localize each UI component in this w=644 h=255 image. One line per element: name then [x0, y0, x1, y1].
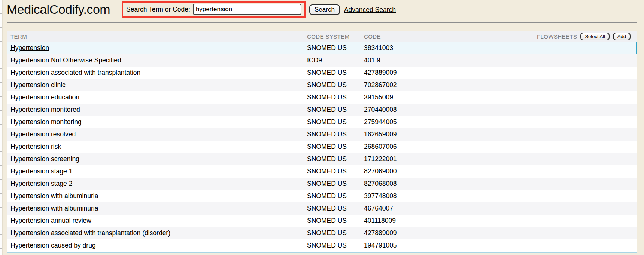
search-area: Search Term or Code: Search Advanced Sea…: [122, 1, 396, 18]
term-text: Hypertension monitored: [10, 106, 80, 113]
search-label: Search Term or Code:: [126, 6, 190, 13]
code-text: 702867002: [360, 81, 517, 89]
search-input[interactable]: [193, 4, 301, 15]
code-text: 39155009: [360, 93, 517, 101]
term-text: Hypertension Not Otherwise Specified: [10, 56, 121, 64]
table-row[interactable]: Hypertension stage 1 SNOMED US 827069000: [7, 165, 637, 178]
code-system-text: SNOMED US: [303, 242, 360, 249]
code-text: 194791005: [360, 242, 517, 249]
add-button[interactable]: Add: [613, 33, 631, 40]
term-text: Hypertension screening: [10, 155, 79, 163]
code-system-text: SNOMED US: [303, 180, 360, 188]
table-row[interactable]: Hypertension monitoring SNOMED US 275944…: [7, 116, 637, 128]
code-system-text: SNOMED US: [303, 118, 360, 126]
column-header-flowsheets: FLOWSHEETS Select All Add: [517, 33, 637, 40]
code-system-text: SNOMED US: [303, 106, 360, 114]
annotation-highlight-box: Search Term or Code:: [122, 1, 306, 18]
table-row[interactable]: Hypertension with albuminuria SNOMED US …: [7, 202, 637, 215]
term-text: Hypertension clinic: [10, 81, 66, 89]
column-header-code: CODE: [360, 33, 517, 40]
table-row[interactable]: Hypertension risk SNOMED US 268607006: [7, 141, 637, 153]
code-text: 162659009: [360, 130, 517, 138]
code-text: 397748008: [360, 192, 517, 200]
code-system-text: SNOMED US: [303, 69, 360, 77]
table-row[interactable]: Hypertension with albuminuria SNOMED US …: [7, 190, 637, 202]
table-row[interactable]: Hypertension SNOMED US 38341003: [7, 42, 637, 54]
code-system-text: ICD9: [303, 56, 360, 64]
term-text: Hypertension caused by drug: [10, 242, 96, 249]
table-row[interactable]: Hypertension annual review SNOMED US 401…: [7, 215, 637, 227]
code-system-text: SNOMED US: [303, 93, 360, 101]
term-text: Hypertension associated with transplanta…: [10, 69, 140, 76]
code-system-text: SNOMED US: [303, 44, 360, 52]
flowsheets-label: FLOWSHEETS: [537, 33, 577, 40]
search-button[interactable]: Search: [309, 4, 340, 15]
column-header-term: TERM: [7, 33, 303, 40]
table-row[interactable]: Hypertension monitored SNOMED US 2704400…: [7, 104, 637, 116]
term-text: Hypertension annual review: [10, 217, 91, 224]
table-row[interactable]: Hypertension Not Otherwise Specified ICD…: [7, 54, 637, 67]
code-text: 171222001: [360, 155, 517, 163]
term-link[interactable]: Hypertension: [10, 44, 49, 52]
term-text: Hypertension risk: [10, 143, 61, 150]
term-text: Hypertension associated with transplanta…: [10, 229, 170, 237]
table-row[interactable]: Hypertension associated with transplanta…: [7, 227, 637, 239]
code-text: 46764007: [360, 205, 517, 212]
table-row[interactable]: Hypertension stage 2 SNOMED US 827068008: [7, 178, 637, 190]
term-text: Hypertension stage 2: [10, 180, 72, 187]
term-text: Hypertension with albuminuria: [10, 205, 98, 212]
table-row[interactable]: Hypertension education SNOMED US 3915500…: [7, 91, 637, 104]
term-text: Hypertension monitoring: [10, 118, 82, 126]
term-text: Hypertension resolved: [10, 130, 76, 138]
term-text: Hypertension stage 1: [10, 168, 72, 175]
code-text: 275944005: [360, 118, 517, 126]
code-text: 270440008: [360, 106, 517, 114]
code-system-text: SNOMED US: [303, 81, 360, 89]
table-row[interactable]: Hypertension resolved SNOMED US 16265900…: [7, 128, 637, 141]
table-row[interactable]: Hypertension caused by drug SNOMED US 19…: [7, 239, 637, 252]
table-row[interactable]: Hypertension screening SNOMED US 1712220…: [7, 153, 637, 165]
code-system-text: SNOMED US: [303, 168, 360, 175]
code-text: 401118009: [360, 217, 517, 225]
table-row[interactable]: Hypertension associated with transplanta…: [7, 67, 637, 79]
code-system-text: SNOMED US: [303, 155, 360, 163]
code-text: 38341003: [360, 44, 517, 52]
header-divider: [7, 22, 637, 23]
code-system-text: SNOMED US: [303, 130, 360, 138]
code-text: 827069000: [360, 168, 517, 175]
advanced-search-link[interactable]: Advanced Search: [344, 6, 396, 14]
code-system-text: SNOMED US: [303, 229, 360, 237]
table-body: Hypertension SNOMED US 38341003 Hyperten…: [7, 42, 637, 252]
code-text: 427889009: [360, 229, 517, 237]
term-text: Hypertension education: [10, 93, 79, 101]
code-text: 827068008: [360, 180, 517, 188]
code-text: 268607006: [360, 143, 517, 151]
code-text: 427889009: [360, 69, 517, 77]
table-header-row: TERM CODE SYSTEM CODE FLOWSHEETS Select …: [7, 31, 637, 42]
table-row[interactable]: Hypertension clinic SNOMED US 702867002: [7, 79, 637, 91]
window-edge-ruler: [0, 0, 3, 255]
column-header-code-system: CODE SYSTEM: [303, 33, 360, 40]
code-text: 401.9: [360, 56, 517, 64]
term-text: Hypertension with albuminuria: [10, 192, 98, 200]
code-system-text: SNOMED US: [303, 205, 360, 212]
code-system-text: SNOMED US: [303, 192, 360, 200]
results-table: TERM CODE SYSTEM CODE FLOWSHEETS Select …: [7, 31, 637, 253]
code-system-text: SNOMED US: [303, 143, 360, 151]
code-system-text: SNOMED US: [303, 217, 360, 225]
select-all-button[interactable]: Select All: [580, 33, 609, 40]
site-title: MedicalCodify.com: [7, 2, 110, 17]
